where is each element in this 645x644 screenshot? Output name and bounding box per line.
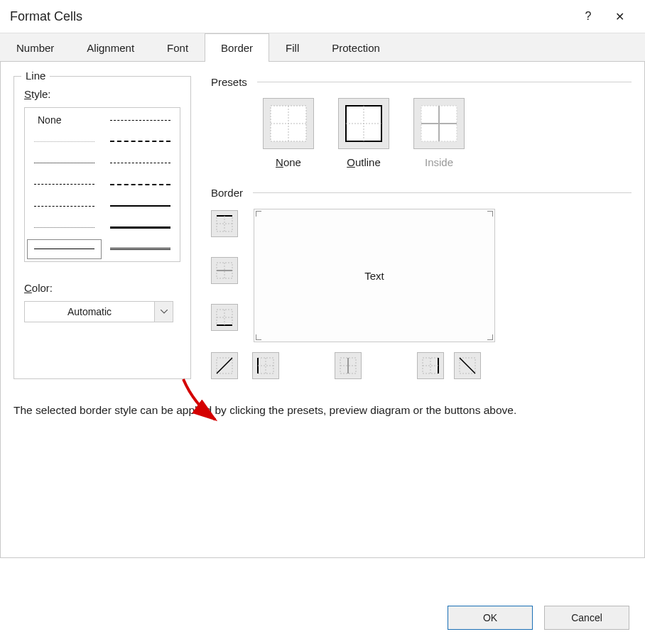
cancel-button[interactable]: Cancel — [544, 606, 629, 630]
tab-border[interactable]: Border — [205, 33, 269, 62]
border-side-buttons — [211, 209, 238, 342]
color-label: Color: — [24, 282, 180, 294]
tab-strip: Number Alignment Font Border Fill Protec… — [0, 33, 645, 62]
svg-rect-29 — [423, 358, 438, 373]
svg-rect-16 — [217, 310, 232, 325]
presets-row: None Outline — [211, 98, 632, 168]
line-style-dashed[interactable] — [26, 217, 102, 238]
color-value: Automatic — [25, 302, 154, 322]
tab-panel-border: Line Style: None Color: Auto — [0, 61, 645, 558]
border-section: Border — [211, 187, 632, 379]
line-style-grid: None — [24, 107, 180, 262]
line-style-dashdot-medium[interactable] — [102, 153, 178, 174]
line-style-thin[interactable] — [26, 239, 102, 260]
line-style-dotted[interactable] — [26, 153, 102, 174]
dialog-footer: OK Cancel — [448, 606, 629, 630]
border-header: Border — [211, 187, 632, 199]
border-title: Border — [211, 187, 243, 199]
right-column: Presets None — [191, 76, 632, 379]
line-groupbox-title: Line — [21, 70, 50, 82]
description-text: The selected border style can be applied… — [13, 402, 596, 418]
line-style-medium[interactable] — [102, 195, 178, 217]
line-groupbox: Line Style: None Color: Auto — [13, 76, 191, 379]
svg-rect-22 — [258, 358, 273, 373]
tab-fill[interactable]: Fill — [269, 33, 315, 62]
border-horizontal-button[interactable] — [211, 257, 238, 284]
line-style-thick[interactable] — [102, 217, 178, 238]
border-diagonal-up-button[interactable] — [211, 352, 238, 379]
preset-none-icon — [263, 98, 314, 149]
chevron-down-icon — [154, 302, 173, 322]
border-left-button[interactable] — [252, 352, 279, 379]
tab-alignment[interactable]: Alignment — [70, 33, 151, 62]
close-button[interactable]: ✕ — [604, 0, 635, 33]
style-label: Style: — [24, 88, 180, 100]
preset-inside-label: Inside — [425, 156, 453, 168]
line-style-dashed-bold[interactable] — [102, 174, 178, 195]
preset-inside-icon — [413, 98, 465, 149]
line-style-none[interactable]: None — [26, 109, 102, 131]
preset-none[interactable]: None — [261, 98, 316, 168]
border-top-button[interactable] — [211, 210, 238, 237]
svg-line-21 — [217, 358, 232, 373]
preset-none-label: None — [276, 156, 301, 168]
dialog-title: Format Cells — [10, 9, 573, 24]
preset-outline-icon — [338, 98, 389, 149]
border-bottom-button[interactable] — [211, 304, 238, 331]
tab-font[interactable]: Font — [151, 33, 205, 62]
border-diagonal-down-button[interactable] — [454, 352, 481, 379]
titlebar: Format Cells ? ✕ — [0, 0, 645, 33]
border-right-button[interactable] — [417, 352, 444, 379]
line-style-dashdotdot-bold[interactable] — [102, 131, 178, 152]
line-style-dashdot-bold[interactable] — [102, 109, 178, 131]
line-style-dashdotdot[interactable] — [26, 174, 102, 195]
preset-outline[interactable]: Outline — [336, 98, 391, 168]
preset-outline-label: Outline — [347, 156, 381, 168]
preset-inside[interactable]: Inside — [411, 98, 467, 168]
tab-protection[interactable]: Protection — [315, 33, 396, 62]
border-preview[interactable]: Text — [254, 209, 495, 342]
svg-rect-9 — [217, 216, 232, 231]
ok-button[interactable]: OK — [448, 606, 533, 630]
line-style-dashdot[interactable] — [26, 195, 102, 217]
svg-line-34 — [460, 358, 475, 373]
line-style-hair[interactable] — [26, 131, 102, 152]
line-style-double[interactable] — [102, 239, 178, 260]
help-button[interactable]: ? — [573, 0, 604, 33]
color-dropdown[interactable]: Automatic — [24, 301, 173, 322]
presets-header: Presets — [211, 76, 632, 88]
presets-title: Presets — [211, 76, 247, 88]
preview-text: Text — [364, 270, 384, 282]
border-vertical-button[interactable] — [335, 352, 362, 379]
tab-number[interactable]: Number — [0, 33, 70, 62]
border-bottom-row — [211, 352, 495, 379]
